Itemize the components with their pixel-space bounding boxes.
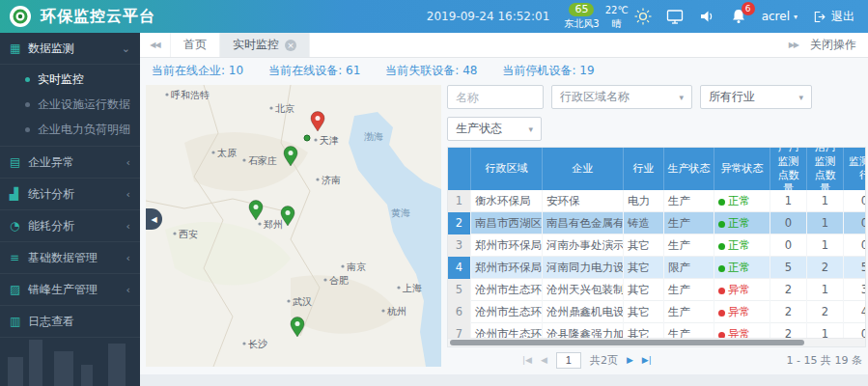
map-city-label: 武汉 xyxy=(293,296,312,307)
region-select[interactable]: 行政区域名称 ▾ xyxy=(551,85,692,109)
scrollbar-thumb[interactable] xyxy=(450,340,804,345)
cell-num: 5 xyxy=(448,279,471,301)
column-header-prod[interactable]: 生产状态 xyxy=(664,148,714,190)
sidebar-submenu: 实时监控 企业设施运行数据 企业电力负荷明细 xyxy=(0,65,140,147)
sidebar-item-energy-analysis[interactable]: ◔ 能耗分析 ‹ xyxy=(0,210,140,242)
last-page-button[interactable]: ▶| xyxy=(642,355,652,365)
table-row[interactable]: 4郑州市环保局河南同力电力设其它限产正常525 xyxy=(448,257,866,279)
map-city-dot xyxy=(165,93,168,96)
cell-c1: 0 xyxy=(770,212,807,234)
column-header-company[interactable]: 企业 xyxy=(543,148,624,190)
stat-item: 当前停机设备: 19 xyxy=(502,63,594,79)
sidebar-item-facility-run-data[interactable]: 企业设施运行数据 xyxy=(0,92,140,117)
logout-icon xyxy=(812,10,826,24)
status-dot-icon xyxy=(718,243,725,250)
page-number-input[interactable] xyxy=(556,352,581,369)
industry-select-value: 所有行业 xyxy=(709,89,755,105)
pie-chart-icon: ◔ xyxy=(10,219,28,233)
map-marker-dot[interactable] xyxy=(304,135,310,141)
sidebar-item-realtime-monitoring[interactable]: 实时监控 xyxy=(0,67,140,92)
cell-num: 1 xyxy=(448,190,471,212)
tab-bar: ◀◀ 首页 实时监控 × ▶▶ 关闭操作 xyxy=(140,33,868,58)
sidebar-item-enterprise-abnormal[interactable]: ▤ 企业异常 ‹ xyxy=(0,147,140,179)
cell-c2: 1 xyxy=(807,279,844,301)
cell-c2: 2 xyxy=(807,301,844,323)
sidebar-item-label: 企业设施运行数据 xyxy=(38,96,130,113)
notifications-bell[interactable]: 6 xyxy=(730,8,747,25)
next-page-button[interactable]: ▶ xyxy=(627,355,633,365)
table-row[interactable]: 6沧州市生态环保沧州鼎鑫机电设其它生产异常224 xyxy=(448,301,866,323)
cell-region: 郑州市环保局 xyxy=(471,234,543,257)
map-city-dot xyxy=(211,151,214,153)
first-page-button[interactable]: |◀ xyxy=(522,355,532,365)
table-row[interactable]: 3郑州市环保局河南办事处演示其它生产正常010 xyxy=(448,234,866,257)
table-row[interactable]: 5沧州市生态环保沧州天兴包装制其它生产异常213 xyxy=(448,279,866,301)
status-dot-icon xyxy=(718,199,725,206)
sidebar-item-base-data-mgmt[interactable]: ≡ 基础数据管理 ‹ xyxy=(0,242,140,274)
tab-realtime-monitoring[interactable]: 实时监控 × xyxy=(220,33,310,57)
sidebar-item-data-monitoring[interactable]: ▦ 数据监测 ⌄ xyxy=(0,33,140,65)
column-header-status[interactable]: 异常状态 xyxy=(714,148,770,190)
cell-c1: 5 xyxy=(770,257,807,279)
column-header-c3[interactable]: 监测运行 xyxy=(844,148,866,190)
close-operations-button[interactable]: 关闭操作 xyxy=(810,37,856,53)
map-canvas[interactable]: 呼和浩特北京天津石家庄太原济南西安郑州南京合肥上海武汉杭州长沙渤海黄海 xyxy=(146,85,441,367)
tab-home[interactable]: 首页 xyxy=(171,33,220,57)
sidebar-item-power-load-detail[interactable]: 企业电力负荷明细 xyxy=(0,117,140,142)
chevron-down-icon: ▾ xyxy=(528,124,533,134)
map-city-label: 济南 xyxy=(322,175,341,185)
production-status-select[interactable]: 生产状态 ▾ xyxy=(447,117,542,141)
user-menu[interactable]: acrel ▾ xyxy=(762,10,798,23)
cell-status: 异常 xyxy=(714,279,770,301)
tabs-scroll-left-icon[interactable]: ◀◀ xyxy=(140,33,171,57)
cell-c2: 2 xyxy=(807,257,844,279)
tabs-scroll-right-icon[interactable]: ▶▶ xyxy=(789,41,798,49)
sidebar-item-statistics[interactable]: ▟ 统计分析 ‹ xyxy=(0,179,140,210)
sidebar-item-label: 日志查看 xyxy=(28,314,74,330)
cell-industry: 铸造 xyxy=(624,212,664,234)
monitor-icon[interactable] xyxy=(666,8,684,25)
map-city-label: 太原 xyxy=(217,148,237,158)
column-header-industry[interactable]: 行业 xyxy=(624,148,664,190)
cell-c3: 4 xyxy=(844,301,866,323)
cell-industry: 其它 xyxy=(624,257,664,279)
column-header-region[interactable]: 行政区域 xyxy=(471,148,543,190)
status-select-value: 生产状态 xyxy=(456,121,502,137)
cell-status: 正常 xyxy=(714,257,770,279)
column-header-c2[interactable]: 治污监测点数量 xyxy=(807,148,844,190)
table-row[interactable]: 1衡水环保局安环保电力生产正常110 xyxy=(448,190,866,212)
sidebar: ▦ 数据监测 ⌄ 实时监控 企业设施运行数据 企业电力负荷明细 ▤ 企业异常 ‹… xyxy=(0,33,140,386)
map-sea-label: 渤海 xyxy=(364,131,383,142)
column-header-num xyxy=(448,148,471,190)
bullet-icon xyxy=(25,127,30,132)
cell-c3: 5 xyxy=(844,257,866,279)
map-city-label: 杭州 xyxy=(386,306,406,317)
aqi-badge: 65 xyxy=(569,3,594,16)
map-sea-label: 黄海 xyxy=(391,207,410,218)
app-header: 环保监控云平台 2019-09-24 16:52:01 65 东北风3 22℃ … xyxy=(0,0,868,33)
cell-prod: 生产 xyxy=(664,190,714,212)
close-icon[interactable]: × xyxy=(285,40,296,51)
speaker-icon[interactable] xyxy=(698,8,715,25)
prev-page-button[interactable]: ◀ xyxy=(541,355,547,365)
cell-industry: 其它 xyxy=(624,234,664,257)
horizontal-scrollbar[interactable] xyxy=(448,338,865,346)
status-dot-icon xyxy=(718,221,725,228)
logout-button[interactable]: 退出 xyxy=(812,9,854,25)
column-header-c1[interactable]: 产污监测点数量 xyxy=(770,148,807,190)
cell-status: 正常 xyxy=(714,190,770,212)
table-row[interactable]: 2南昌市西湖区环南昌有色金属有铸造生产正常010 xyxy=(448,212,866,234)
name-search-input[interactable] xyxy=(448,86,543,108)
sidebar-item-log-view[interactable]: ▥ 日志查看 xyxy=(0,306,140,338)
cell-c1: 1 xyxy=(770,190,807,212)
stat-item: 当前失联设备: 48 xyxy=(385,63,477,79)
wind-label: 东北风3 xyxy=(564,17,599,30)
sidebar-item-peak-production-mgmt[interactable]: ▨ 错峰生产管理 ‹ xyxy=(0,274,140,306)
cell-c1: 0 xyxy=(770,234,807,257)
chevron-left-icon: ‹ xyxy=(126,252,130,264)
name-search-field[interactable] xyxy=(447,85,544,109)
cell-industry: 其它 xyxy=(624,301,664,323)
weather-widget: 65 东北风3 22℃ 晴 xyxy=(564,3,651,30)
industry-select[interactable]: 所有行业 ▾ xyxy=(700,85,812,109)
map-city-label: 西安 xyxy=(179,229,198,239)
